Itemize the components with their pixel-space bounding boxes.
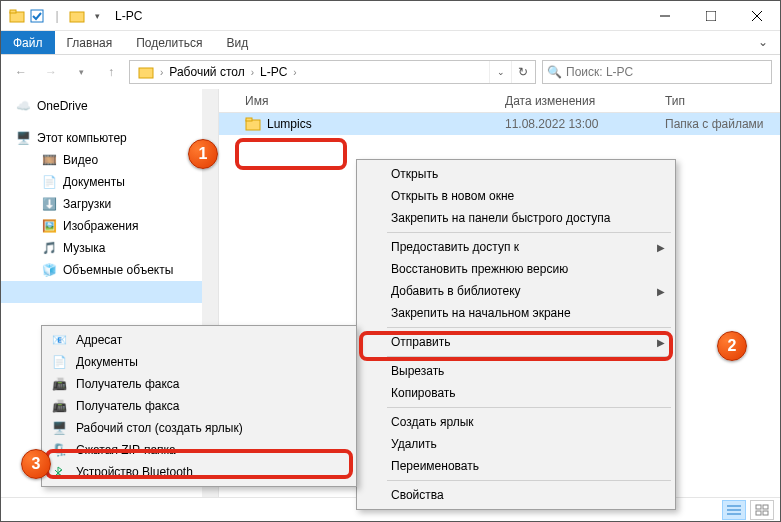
ctx-cut[interactable]: Вырезать [359,360,673,382]
view-details-button[interactable] [722,500,746,520]
downloads-icon: ⬇️ [41,196,57,212]
bluetooth-icon [50,465,68,479]
ctx-pin-start[interactable]: Закрепить на начальном экране [359,302,673,324]
close-button[interactable] [734,1,780,31]
submenu-arrow-icon: ▶ [657,242,665,253]
fax-icon: 📠 [50,399,68,413]
tree-videos[interactable]: 🎞️Видео [1,149,218,171]
submenu-arrow-icon: ▶ [657,337,665,348]
qat-folder-icon[interactable] [69,8,85,24]
badge-1: 1 [188,139,218,169]
cloud-icon: ☁️ [15,98,31,114]
ribbon: Файл Главная Поделиться Вид ⌄ [1,31,780,55]
col-date[interactable]: Дата изменения [497,94,657,108]
qat-check-icon[interactable] [29,8,45,24]
tree-pictures[interactable]: 🖼️Изображения [1,215,218,237]
cube-icon: 🧊 [41,262,57,278]
ctx-properties[interactable]: Свойства [359,484,673,506]
sendto-bluetooth[interactable]: Устройство Bluetooth [44,461,354,483]
file-type: Папка с файлами [657,117,780,131]
tree-thispc[interactable]: 🖥️ Этот компьютер [1,127,218,149]
nav-recent-button[interactable]: ▾ [69,60,93,84]
sendto-recipient[interactable]: 📧Адресат [44,329,354,351]
crumb-desktop[interactable]: Рабочий стол [163,65,250,79]
svg-rect-5 [706,11,716,21]
ribbon-expand-icon[interactable]: ⌄ [746,31,780,54]
file-row[interactable]: Lumpics 11.08.2022 13:00 Папка с файлами [219,113,780,135]
col-name[interactable]: Имя [237,94,497,108]
svg-rect-1 [10,10,16,13]
ctx-send[interactable]: Отправить▶ [359,331,673,353]
tab-home[interactable]: Главная [55,31,125,54]
address-row: ← → ▾ ↑ › Рабочий стол › L-PC › ⌄ ↻ 🔍 По… [1,55,780,89]
maximize-button[interactable] [688,1,734,31]
ctx-share[interactable]: Предоставить доступ к▶ [359,236,673,258]
ctx-delete[interactable]: Удалить [359,433,673,455]
ctx-library[interactable]: Добавить в библиотеку▶ [359,280,673,302]
file-name: Lumpics [267,117,312,131]
folder-icon [245,116,261,132]
zip-icon: 🗜️ [50,443,68,457]
address-bar[interactable]: › Рабочий стол › L-PC › ⌄ ↻ [129,60,536,84]
ctx-shortcut[interactable]: Создать ярлык [359,411,673,433]
ctx-restore[interactable]: Восстановить прежнюю версию [359,258,673,280]
file-date: 11.08.2022 13:00 [497,117,657,131]
window-title: L-PC [115,9,142,23]
crumb-lpc[interactable]: L-PC [254,65,293,79]
search-icon: 🔍 [547,65,562,79]
ctx-rename[interactable]: Переименовать [359,455,673,477]
svg-rect-17 [763,511,768,515]
refresh-icon[interactable]: ↻ [511,61,533,83]
fax-icon: 📠 [50,377,68,391]
tree-music[interactable]: 🎵Музыка [1,237,218,259]
search-input[interactable]: 🔍 Поиск: L-PC [542,60,772,84]
crumb-icon [132,64,160,80]
address-dropdown-icon[interactable]: ⌄ [489,61,511,83]
svg-rect-14 [756,505,761,509]
nav-forward-button[interactable]: → [39,60,63,84]
nav-back-button[interactable]: ← [9,60,33,84]
submenu-arrow-icon: ▶ [657,286,665,297]
tab-view[interactable]: Вид [214,31,260,54]
tree-onedrive[interactable]: ☁️ OneDrive [1,95,218,117]
sendto-fax1[interactable]: 📠Получатель факса [44,373,354,395]
tree-selected-hidden[interactable] [1,281,218,303]
svg-rect-10 [246,118,252,121]
sendto-documents[interactable]: 📄Документы [44,351,354,373]
ctx-copy[interactable]: Копировать [359,382,673,404]
tab-share[interactable]: Поделиться [124,31,214,54]
svg-rect-16 [756,511,761,515]
documents-icon: 📄 [50,355,68,369]
ctx-open-new[interactable]: Открыть в новом окне [359,185,673,207]
crumb-sep-icon[interactable]: › [293,67,296,78]
context-menu: Открыть Открыть в новом окне Закрепить н… [356,159,676,510]
col-type[interactable]: Тип [657,94,780,108]
column-headers[interactable]: Имя Дата изменения Тип [219,89,780,113]
ctx-open[interactable]: Открыть [359,163,673,185]
ctx-pin-quick[interactable]: Закрепить на панели быстрого доступа [359,207,673,229]
tab-file[interactable]: Файл [1,31,55,54]
desktop-icon: 🖥️ [50,421,68,435]
sendto-fax2[interactable]: 📠Получатель факса [44,395,354,417]
documents-icon: 📄 [41,174,57,190]
qat-divider-icon: | [49,8,65,24]
context-submenu-sendto: 📧Адресат 📄Документы 📠Получатель факса 📠П… [41,325,357,487]
tree-3d[interactable]: 🧊Объемные объекты [1,259,218,281]
search-placeholder: Поиск: L-PC [566,65,633,79]
sendto-zip[interactable]: 🗜️Сжатая ZIP-папка [44,439,354,461]
view-icons-button[interactable] [750,500,774,520]
mail-icon: 📧 [50,333,68,347]
svg-rect-15 [763,505,768,509]
minimize-button[interactable] [642,1,688,31]
tree-downloads[interactable]: ⬇️Загрузки [1,193,218,215]
sendto-desktop[interactable]: 🖥️Рабочий стол (создать ярлык) [44,417,354,439]
qat-dropdown-icon[interactable]: ▾ [89,8,105,24]
tree-documents[interactable]: 📄Документы [1,171,218,193]
nav-up-button[interactable]: ↑ [99,60,123,84]
pictures-icon: 🖼️ [41,218,57,234]
app-folder-icon [9,8,25,24]
badge-3: 3 [21,449,51,479]
badge-2: 2 [717,331,747,361]
music-icon: 🎵 [41,240,57,256]
svg-rect-8 [139,68,153,78]
